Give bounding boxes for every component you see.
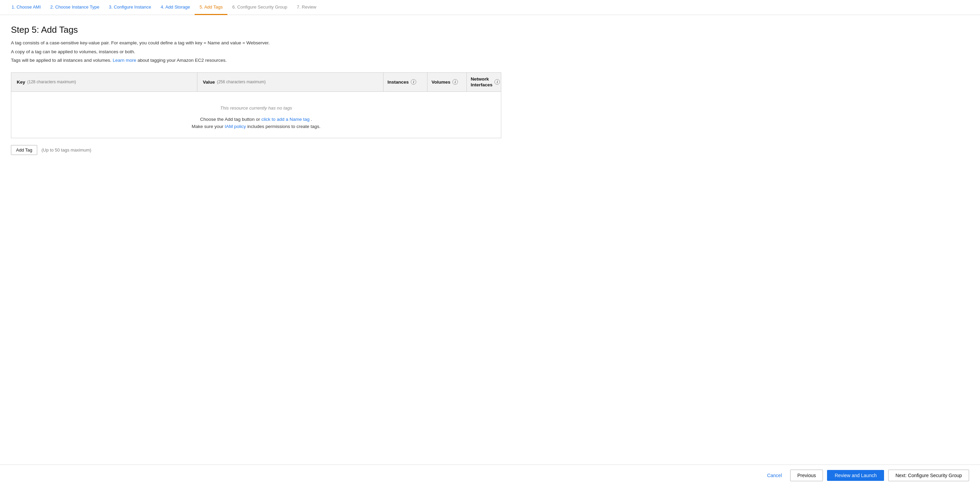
instances-label: Instances <box>388 79 409 85</box>
wizard-step-choose-instance-type[interactable]: 2. Choose Instance Type <box>45 0 104 15</box>
empty-state-line1: Choose the Add tag button or click to ad… <box>18 117 494 122</box>
empty-line1-prefix: Choose the Add tag button or <box>200 117 260 122</box>
instances-info-icon[interactable]: i <box>411 79 416 85</box>
previous-button[interactable]: Previous <box>790 470 823 481</box>
volumes-info-icon[interactable]: i <box>452 79 458 85</box>
network-interfaces-info-icon[interactable]: i <box>495 79 500 85</box>
column-header-volumes: Volumes i <box>428 73 467 92</box>
volumes-label: Volumes <box>432 79 450 85</box>
tags-table: Key (128 characters maximum) Value (256 … <box>11 72 501 138</box>
review-and-launch-button[interactable]: Review and Launch <box>827 470 884 481</box>
network-label-line2: Interfaces <box>471 82 493 87</box>
page-title: Step 5: Add Tags <box>11 25 501 35</box>
wizard-step-configure-security-group: 6. Configure Security Group <box>228 0 292 15</box>
click-to-add-name-tag-link[interactable]: click to add a Name tag <box>261 117 309 122</box>
wizard-step-add-storage[interactable]: 4. Add Storage <box>156 0 195 15</box>
wizard-navigation: 1. Choose AMI 2. Choose Instance Type 3.… <box>0 0 980 15</box>
next-configure-security-group-button[interactable]: Next: Configure Security Group <box>888 470 969 481</box>
table-header: Key (128 characters maximum) Value (256 … <box>11 73 501 92</box>
network-label-line1: Network <box>471 76 489 81</box>
description-line3-prefix: Tags will be applied to all instances an… <box>11 58 111 63</box>
description-line2: A copy of a tag can be applied to volume… <box>11 48 501 56</box>
column-header-value: Value (256 characters maximum) <box>197 73 383 92</box>
empty-state: This resource currently has no tags Choo… <box>11 92 501 138</box>
column-header-instances: Instances i <box>383 73 428 92</box>
cancel-button[interactable]: Cancel <box>763 470 786 481</box>
add-tag-hint: (Up to 50 tags maximum) <box>41 148 91 152</box>
main-content: Step 5: Add Tags A tag consists of a cas… <box>0 15 512 165</box>
empty-state-italic: This resource currently has no tags <box>18 105 494 111</box>
iam-policy-link[interactable]: IAM policy <box>225 124 246 129</box>
learn-more-link[interactable]: Learn more <box>113 58 136 63</box>
wizard-step-add-tags[interactable]: 5. Add Tags <box>195 0 228 15</box>
footer: Cancel Previous Review and Launch Next: … <box>0 464 980 486</box>
wizard-step-review: 7. Review <box>292 0 321 15</box>
wizard-step-choose-ami[interactable]: 1. Choose AMI <box>7 0 45 15</box>
empty-line2-prefix: Make sure your <box>192 124 223 129</box>
network-interfaces-label: Network Interfaces <box>471 76 493 88</box>
add-tag-button[interactable]: Add Tag <box>11 145 37 155</box>
key-hint: (128 characters maximum) <box>27 79 76 84</box>
description-line3-suffix: about tagging your Amazon EC2 resources. <box>138 58 227 63</box>
description-line3: Tags will be applied to all instances an… <box>11 57 501 64</box>
empty-state-line2: Make sure your IAM policy includes permi… <box>18 124 494 129</box>
value-hint: (256 characters maximum) <box>217 79 266 84</box>
empty-line2-suffix: includes permissions to create tags. <box>247 124 321 129</box>
key-label: Key <box>17 79 25 85</box>
empty-line1-suffix: . <box>311 117 312 122</box>
wizard-step-configure-instance[interactable]: 3. Configure Instance <box>104 0 156 15</box>
value-label: Value <box>203 79 215 85</box>
description-line1: A tag consists of a case-sensitive key-v… <box>11 39 501 47</box>
column-header-network-interfaces: Network Interfaces i <box>467 73 504 92</box>
add-tag-section: Add Tag (Up to 50 tags maximum) <box>11 145 501 155</box>
column-header-key: Key (128 characters maximum) <box>11 73 197 92</box>
